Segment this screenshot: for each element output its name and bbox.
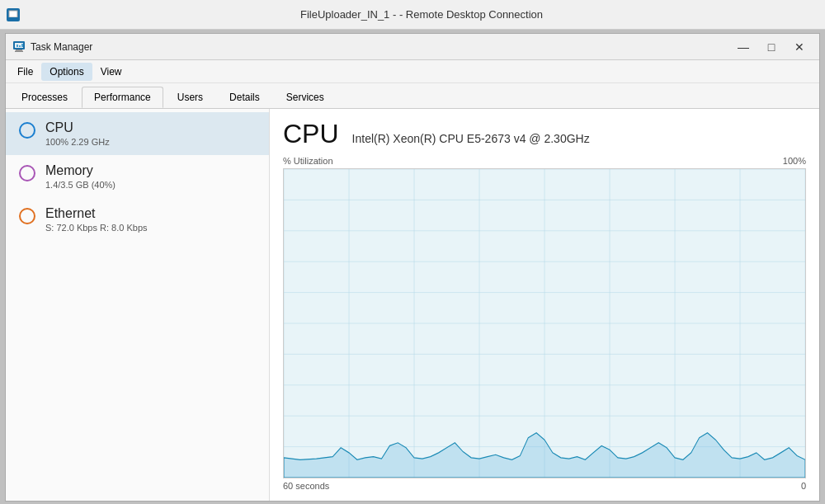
x-left-label: 60 seconds: [283, 481, 329, 491]
memory-label: Memory: [45, 163, 116, 178]
tab-performance[interactable]: Performance: [82, 87, 163, 108]
tm-title: Task Manager: [31, 41, 725, 53]
memory-detail: 1.4/3.5 GB (40%): [45, 180, 116, 190]
close-button[interactable]: ✕: [786, 39, 813, 55]
sidebar-item-ethernet[interactable]: Ethernet S: 72.0 Kbps R: 8.0 Kbps: [6, 198, 269, 241]
svg-rect-6: [16, 45, 18, 47]
cpu-panel: CPU Intel(R) Xeon(R) CPU E5-2673 v4 @ 2.…: [270, 109, 819, 501]
rdp-title: FileUploader_IN_1 - - Remote Desktop Con…: [25, 8, 818, 21]
svg-rect-0: [9, 11, 17, 17]
menu-view[interactable]: View: [92, 63, 130, 81]
rdp-titlebar: FileUploader_IN_1 - - Remote Desktop Con…: [0, 0, 825, 30]
svg-rect-4: [16, 49, 22, 51]
cpu-detail: 100% 2.29 GHz: [45, 137, 110, 147]
sidebar-item-memory[interactable]: Memory 1.4/3.5 GB (40%): [6, 155, 269, 198]
minimize-button[interactable]: —: [730, 39, 757, 55]
tab-users[interactable]: Users: [165, 87, 215, 108]
cpu-label: CPU: [45, 120, 110, 135]
x-right-label: 0: [801, 481, 806, 491]
menu-bar: File Options View: [6, 60, 819, 83]
tm-titlebar: Task Manager — □ ✕: [6, 34, 819, 60]
menu-file[interactable]: File: [9, 63, 41, 81]
window-controls: — □ ✕: [730, 39, 813, 55]
svg-rect-5: [15, 50, 23, 52]
tm-icon: [12, 40, 26, 54]
chart-top-labels: % Utilization 100%: [283, 156, 806, 166]
ethernet-detail: S: 72.0 Kbps R: 8.0 Kbps: [45, 223, 148, 233]
chart-wrapper: % Utilization 100%: [283, 156, 806, 491]
y-axis-label: % Utilization: [283, 156, 333, 166]
tabs-bar: Processes Performance Users Details Serv…: [6, 83, 819, 109]
cpu-model: Intel(R) Xeon(R) CPU E5-2673 v4 @ 2.30GH…: [352, 132, 590, 145]
svg-rect-7: [19, 45, 21, 47]
svg-rect-1: [8, 17, 18, 20]
tab-services[interactable]: Services: [274, 87, 337, 108]
sidebar: CPU 100% 2.29 GHz Memory 1.4/3.5 GB (40%…: [6, 109, 270, 501]
cpu-icon: [19, 122, 35, 139]
svg-rect-8: [21, 44, 23, 47]
cpu-header: CPU Intel(R) Xeon(R) CPU E5-2673 v4 @ 2.…: [283, 119, 806, 149]
cpu-panel-title: CPU: [283, 119, 339, 149]
y-max-label: 100%: [783, 156, 806, 166]
menu-options[interactable]: Options: [41, 63, 92, 81]
chart-bottom-labels: 60 seconds 0: [283, 481, 806, 491]
task-manager-window: Task Manager — □ ✕ File Options View Pro…: [5, 33, 820, 502]
ethernet-icon: [19, 208, 35, 224]
tab-processes[interactable]: Processes: [9, 87, 80, 108]
sidebar-item-cpu[interactable]: CPU 100% 2.29 GHz: [6, 112, 269, 155]
rdp-icon: [7, 8, 20, 21]
main-content: CPU 100% 2.29 GHz Memory 1.4/3.5 GB (40%…: [6, 109, 819, 501]
maximize-button[interactable]: □: [758, 39, 785, 55]
cpu-chart: [283, 168, 806, 478]
memory-icon: [19, 165, 35, 181]
ethernet-label: Ethernet: [45, 206, 148, 221]
svg-marker-29: [284, 433, 805, 478]
tab-details[interactable]: Details: [217, 87, 272, 108]
